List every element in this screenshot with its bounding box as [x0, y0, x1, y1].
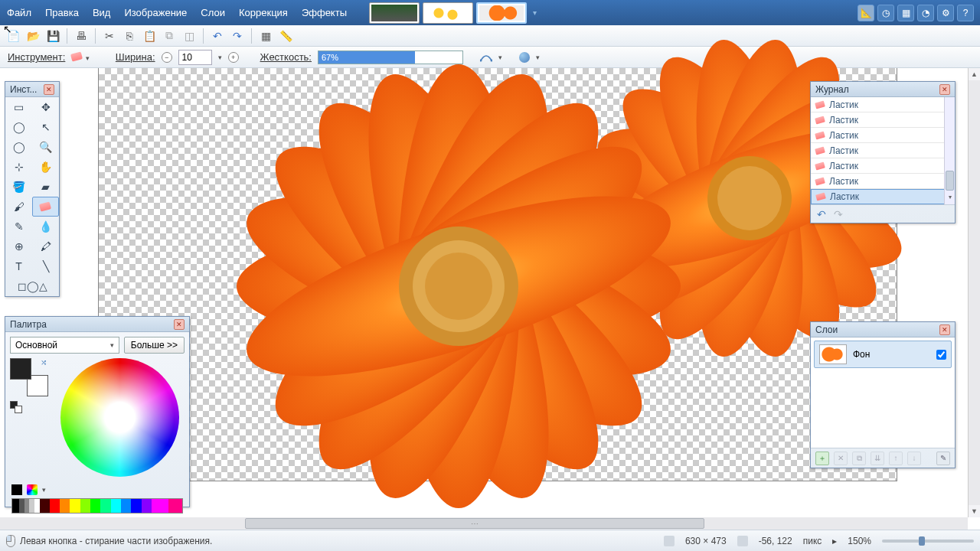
tool-wand[interactable]: ⊹ [5, 157, 32, 177]
menu-file[interactable]: Файл [0, 2, 38, 23]
palette-swatch-strip[interactable] [11, 498, 183, 514]
tool-gradient[interactable]: ▰ [32, 177, 59, 197]
panel-toggle-grid[interactable]: ▦ [897, 5, 914, 21]
menu-layers[interactable]: Слои [194, 2, 232, 23]
palette-color-mode-dropdown[interactable]: Основной▾ [10, 337, 119, 354]
copy-icon[interactable]: ⎘ [121, 28, 138, 44]
tool-eyedropper[interactable]: 💧 [32, 217, 59, 236]
layer-item-background[interactable]: Фон [814, 341, 952, 368]
undo-icon[interactable]: ↶ [209, 28, 226, 44]
tool-move[interactable]: ✥ [32, 97, 59, 117]
menu-view[interactable]: Вид [86, 2, 118, 23]
tool-rect-select[interactable]: ▭ [5, 97, 32, 117]
panel-toggle-ruler[interactable]: 📐 [858, 5, 874, 21]
menu-image[interactable]: Изображение [117, 2, 194, 23]
history-item[interactable]: Ластик [811, 158, 955, 174]
fg-color-swatch[interactable] [10, 358, 31, 380]
layer-merge-icon[interactable]: ⇊ [871, 452, 884, 465]
palette-menu-icon[interactable]: ▾ [42, 486, 46, 494]
crop-icon[interactable]: ⧉ [161, 28, 178, 44]
panel-toggle-clock[interactable]: ◷ [877, 5, 894, 21]
ruler-icon[interactable]: 📏 [277, 28, 294, 44]
tool-pencil[interactable]: ✎ [5, 217, 32, 236]
menu-edit[interactable]: Правка [38, 2, 86, 23]
tool-hand[interactable]: ✋ [32, 157, 59, 177]
settings-button[interactable]: ⚙ [937, 5, 954, 21]
palette-spectrum-icon[interactable] [27, 484, 38, 495]
tool-lasso[interactable]: ◯ [5, 117, 32, 137]
save-icon[interactable]: 💾 [44, 28, 61, 44]
width-input[interactable] [178, 50, 212, 65]
layer-add-icon[interactable]: ＋ [815, 452, 829, 465]
history-item[interactable]: Ластик [811, 174, 955, 189]
history-undo-icon[interactable]: ↶ [817, 208, 826, 220]
swap-colors-icon[interactable]: ⤭ [41, 358, 47, 367]
thumb-dropdown-icon[interactable]: ▾ [533, 8, 537, 17]
print-icon[interactable]: 🖶 [73, 28, 90, 44]
menu-effects[interactable]: Эффекты [295, 2, 354, 23]
tool-bucket[interactable]: 🪣 [5, 177, 32, 197]
help-button[interactable]: ? [957, 5, 974, 21]
tool-brush[interactable]: 🖌 [5, 197, 32, 217]
panel-toggle-color[interactable]: ◔ [917, 5, 934, 21]
layers-close-button[interactable]: ✕ [939, 324, 950, 335]
scroll-up-icon[interactable]: ▲ [969, 68, 980, 80]
fg-bg-swatches[interactable]: ⤭ [10, 358, 48, 396]
tools-close-button[interactable]: ✕ [44, 84, 54, 95]
cut-icon[interactable]: ✂ [101, 28, 118, 44]
tool-ellipse-select[interactable]: ◯ [5, 137, 32, 157]
paste-icon[interactable]: 📋 [141, 28, 158, 44]
tool-clone[interactable]: ⊕ [5, 236, 32, 256]
horizontal-scrollbar[interactable]: ⋯ [0, 517, 968, 530]
palette-more-button[interactable]: Больше >> [124, 337, 185, 354]
history-item[interactable]: Ластик [811, 128, 955, 143]
menu-correction[interactable]: Коррекция [232, 2, 295, 23]
history-item[interactable]: Ластик [811, 143, 955, 158]
resize-icon[interactable] [664, 536, 675, 546]
redo-icon[interactable]: ↷ [229, 28, 246, 44]
open-file-icon[interactable]: 📂 [24, 28, 41, 44]
history-redo-icon[interactable]: ↷ [834, 208, 843, 220]
palette-close-button[interactable]: ✕ [174, 319, 185, 330]
layer-properties-icon[interactable]: ✎ [936, 452, 950, 465]
tool-line[interactable]: ╲ [32, 256, 59, 276]
tool-eraser[interactable] [32, 197, 59, 217]
zoom-slider[interactable] [882, 540, 974, 543]
layer-up-icon[interactable]: ↑ [889, 452, 903, 465]
antialias-dropdown-icon[interactable]: ▾ [498, 54, 502, 61]
tool-shapes[interactable]: ◻◯△ [5, 276, 59, 296]
width-dropdown-icon[interactable]: ▾ [218, 54, 222, 61]
scroll-down-icon[interactable]: ▼ [969, 505, 980, 517]
color-wheel[interactable] [60, 358, 179, 477]
doc-thumb-1[interactable] [369, 2, 420, 24]
status-dimensions: 630 × 473 [685, 536, 727, 546]
layer-visibility-checkbox[interactable] [936, 350, 946, 360]
doc-thumb-2[interactable] [423, 2, 473, 24]
color-wheel-picker[interactable] [117, 415, 123, 421]
history-item[interactable]: Ластик [811, 112, 955, 128]
tool-recolor[interactable]: 🖍 [32, 236, 59, 256]
layer-duplicate-icon[interactable]: ⧉ [852, 452, 866, 465]
palette-black-icon[interactable] [11, 484, 22, 495]
vertical-scrollbar[interactable]: ▲ ▼ [968, 68, 980, 517]
history-item-current[interactable]: Ластик [811, 189, 955, 204]
tool-text[interactable]: T [5, 256, 32, 276]
tool-zoom[interactable]: 🔍 [32, 137, 59, 157]
title-bar: Файл Правка Вид Изображение Слои Коррекц… [0, 0, 980, 25]
new-file-icon[interactable]: 📄 [5, 28, 21, 44]
current-tool-icon[interactable]: ▾ [71, 51, 90, 63]
width-decrement[interactable]: − [162, 52, 172, 63]
history-scrollbar[interactable]: ▾ [944, 97, 955, 204]
tool-pointer[interactable]: ↖ [32, 117, 59, 137]
blend-dropdown-icon[interactable]: ▾ [536, 54, 540, 61]
hscroll-thumb[interactable]: ⋯ [245, 518, 704, 529]
doc-thumb-3-active[interactable] [476, 2, 527, 24]
deselect-icon[interactable]: ◫ [181, 28, 198, 44]
palette-panel-title: Палитра [10, 319, 47, 330]
history-close-button[interactable]: ✕ [939, 84, 950, 95]
layer-delete-icon[interactable]: ✕ [834, 452, 848, 465]
canvas[interactable] [98, 68, 897, 481]
grid-icon[interactable]: ▦ [257, 28, 274, 44]
history-item[interactable]: Ластик [811, 97, 955, 112]
layer-down-icon[interactable]: ↓ [907, 452, 921, 465]
